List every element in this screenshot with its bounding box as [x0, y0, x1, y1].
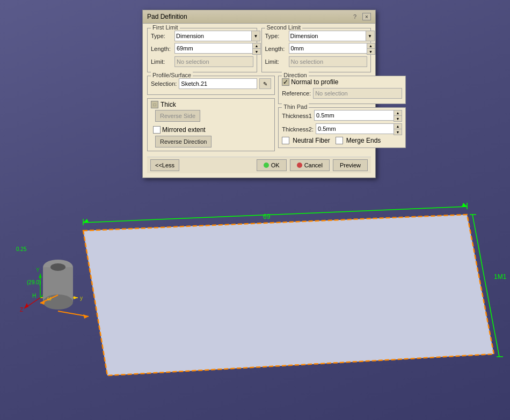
second-length-input[interactable]: [289, 43, 367, 54]
less-button[interactable]: <<Less: [150, 159, 179, 171]
neutral-fiber-checkbox[interactable]: [282, 137, 289, 144]
first-length-label: Length:: [151, 46, 172, 52]
direction-title: Direction: [282, 72, 308, 78]
close-button[interactable]: ×: [362, 13, 371, 20]
ok-label: OK: [271, 162, 280, 168]
second-length-label: Length:: [265, 46, 287, 52]
thickness2-down[interactable]: ▼: [394, 129, 402, 135]
second-length-spinner: ▲ ▼: [289, 43, 375, 55]
pad-definition-dialog: Pad Definition ? × First Limit Type: ▼: [142, 10, 376, 178]
second-length-row: Length: ▲ ▼: [265, 43, 368, 55]
selection-edit-button[interactable]: ✎: [259, 78, 271, 89]
options-row: Neutral Fiber Merge Ends: [282, 137, 402, 144]
svg-text:Y: Y: [36, 267, 40, 273]
svg-text:(29.0): (29.0): [27, 279, 41, 285]
svg-text:0.25: 0.25: [16, 246, 27, 252]
svg-text:ω: ω: [47, 296, 52, 301]
preview-button[interactable]: Preview: [333, 159, 368, 171]
svg-marker-6: [462, 203, 467, 207]
dialog-titlebar: Pad Definition ? ×: [143, 10, 375, 24]
thick-header: □ Thick: [151, 101, 271, 108]
thickness1-row: Thickness1 ▲ ▼: [282, 110, 402, 122]
merge-ends-checkbox[interactable]: [336, 137, 343, 144]
bottom-row: <<Less OK Cancel Preview: [147, 157, 371, 173]
reverse-direction-button[interactable]: Reverse Direction: [155, 136, 212, 148]
first-type-input[interactable]: [174, 31, 252, 41]
thick-icon: □: [151, 101, 158, 108]
profile-surface-title: Profile/Surface: [151, 72, 193, 78]
thickness2-label: Thickness2:: [282, 126, 314, 132]
thickness2-input[interactable]: [316, 123, 394, 134]
first-type-label: Type:: [151, 33, 172, 39]
svg-marker-0: [83, 215, 494, 375]
dialog-content: First Limit Type: ▼ Length: ▲: [143, 24, 375, 178]
main-panels: Profile/Surface Selection: ✎ □ Thick Rev…: [147, 76, 371, 153]
thickness1-label: Thickness1: [282, 113, 312, 119]
svg-marker-17: [39, 274, 42, 278]
thickness2-row: Thickness2: ▲ ▼: [282, 123, 402, 135]
reverse-side-button: Reverse Side: [155, 110, 200, 122]
thickness1-down[interactable]: ▼: [394, 116, 402, 121]
first-type-arrow[interactable]: ▼: [252, 31, 260, 41]
first-limit-row: Limit:: [151, 56, 253, 67]
svg-marker-5: [83, 219, 89, 223]
normal-profile-checkbox[interactable]: ✓: [282, 78, 289, 86]
mirrored-checkbox[interactable]: [153, 126, 161, 134]
reference-input: [313, 88, 402, 99]
dialog-controls: ? ×: [351, 13, 371, 20]
first-type-dropdown[interactable]: ▼: [174, 31, 260, 41]
svg-text:1M1: 1M1: [494, 273, 507, 281]
second-type-input[interactable]: [289, 31, 366, 41]
thin-pad-group: Thin Pad Thickness1 ▲ ▼: [278, 107, 406, 148]
first-limit-group: First Limit Type: ▼ Length: ▲: [147, 28, 257, 72]
first-length-up[interactable]: ▲: [253, 43, 260, 49]
svg-marker-20: [24, 303, 28, 308]
thickness2-spinner: ▲ ▼: [316, 123, 402, 135]
first-limit-input: [174, 56, 253, 67]
ok-button[interactable]: OK: [257, 159, 287, 171]
neutral-fiber-item: Neutral Fiber: [282, 137, 330, 144]
mirrored-label: Mirrored extent: [162, 126, 206, 134]
first-limit-title: First Limit: [151, 24, 180, 31]
profile-surface-group: Profile/Surface Selection: ✎: [147, 76, 275, 95]
thickness2-up[interactable]: ▲: [394, 124, 402, 129]
svg-marker-14: [74, 296, 78, 299]
svg-text:69: 69: [263, 213, 271, 220]
thickness2-spinners: ▲ ▼: [394, 123, 402, 135]
thickness1-input[interactable]: [314, 110, 394, 121]
second-type-label: Type:: [265, 33, 287, 39]
second-length-down[interactable]: ▼: [367, 49, 375, 54]
first-length-input[interactable]: [174, 43, 252, 54]
neutral-fiber-label: Neutral Fiber: [293, 137, 330, 144]
preview-label: Preview: [340, 162, 361, 168]
dialog-title: Pad Definition: [147, 13, 187, 20]
thickness1-spinner: ▲ ▼: [314, 110, 402, 122]
second-type-dropdown[interactable]: ▼: [289, 31, 375, 41]
thickness1-up[interactable]: ▲: [394, 110, 402, 116]
limits-row: First Limit Type: ▼ Length: ▲: [147, 28, 371, 72]
second-limit-label: Limit:: [265, 58, 287, 65]
mirrored-row: Mirrored extent: [153, 126, 271, 134]
cancel-button[interactable]: Cancel: [290, 159, 330, 171]
help-button[interactable]: ?: [351, 13, 359, 20]
ok-dot: [264, 163, 269, 168]
selection-input[interactable]: [179, 78, 257, 89]
svg-text:Z: Z: [20, 307, 23, 313]
second-length-spinners: ▲ ▼: [367, 43, 375, 55]
cancel-label: Cancel: [304, 162, 323, 168]
first-length-down[interactable]: ▼: [253, 49, 260, 54]
second-type-row: Type: ▼: [265, 31, 368, 41]
merge-ends-label: Merge Ends: [346, 137, 381, 144]
merge-ends-item: Merge Ends: [336, 137, 381, 144]
first-length-spinners: ▲ ▼: [252, 43, 261, 55]
reference-row: Reference:: [282, 88, 402, 99]
svg-point-27: [50, 263, 65, 271]
second-length-up[interactable]: ▲: [367, 43, 375, 49]
normal-profile-row: ✓ Normal to profile: [282, 78, 402, 86]
thin-pad-title: Thin Pad: [282, 104, 309, 110]
direction-group: Direction ✓ Normal to profile Reference:: [278, 76, 406, 104]
cancel-dot: [297, 163, 302, 168]
first-type-row: Type: ▼: [151, 31, 253, 41]
second-type-arrow[interactable]: ▼: [366, 31, 375, 41]
second-limit-input: [289, 56, 368, 67]
